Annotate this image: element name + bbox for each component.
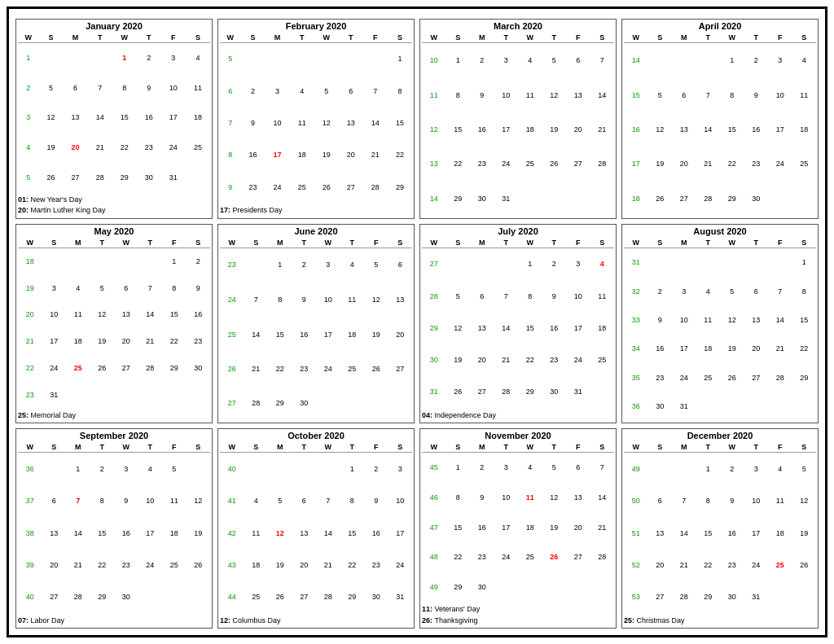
cal-cell xyxy=(66,248,90,275)
holidays-note-8: 07: Labor Day xyxy=(18,616,210,627)
month-title-0: January 2020 xyxy=(18,21,210,31)
cal-cell: 22 xyxy=(720,147,744,182)
cal-cell: 28 xyxy=(363,172,388,204)
cal-table-10: WSMTWTFS45123456746891011121314471516171… xyxy=(422,442,614,602)
cal-cell: 14 xyxy=(363,107,388,139)
cal-cell: 4 xyxy=(768,453,792,486)
cal-cell: 2 xyxy=(187,248,211,275)
month-block-5: June 2020WSMTWTFS23123456247891011121325… xyxy=(217,224,415,424)
cal-cell: 7 xyxy=(363,76,388,107)
cal-cell xyxy=(494,248,519,281)
cal-cell: 18 xyxy=(18,248,42,275)
month-block-11: December 2020WSMTWTFS4912345506789101112… xyxy=(621,428,819,629)
cal-cell: 2 xyxy=(18,73,39,103)
cal-cell: 17 xyxy=(744,518,769,550)
cal-cell: 23 xyxy=(364,550,388,581)
cal-cell: 5 xyxy=(542,453,567,484)
cal-cell: 26 xyxy=(268,581,292,613)
col-header-0: W xyxy=(624,33,648,43)
col-header-3: T xyxy=(494,33,519,43)
cal-cell: 22 xyxy=(446,147,471,182)
cal-cell: 8 xyxy=(792,278,817,306)
col-header-0: W xyxy=(220,33,241,43)
cal-cell: 15 xyxy=(340,518,365,550)
cal-cell: 21 xyxy=(138,329,163,356)
cal-cell: 2 xyxy=(744,43,769,79)
cal-cell: 20 xyxy=(470,344,494,376)
cal-cell: 28 xyxy=(494,377,519,409)
col-header-1: S xyxy=(42,238,67,248)
cal-cell: 13 xyxy=(744,306,769,335)
cal-cell: 14 xyxy=(66,518,90,550)
cal-cell: 7 xyxy=(494,281,519,313)
cal-cell: 26 xyxy=(542,543,567,573)
cal-cell: 48 xyxy=(422,543,446,573)
cal-cell: 12 xyxy=(792,486,817,518)
cal-cell: 26 xyxy=(314,172,339,204)
cal-cell xyxy=(768,182,792,216)
cal-cell xyxy=(88,43,112,74)
col-header-4: W xyxy=(518,442,542,453)
cal-cell: 39 xyxy=(18,550,42,581)
cal-cell: 6 xyxy=(220,76,241,107)
cal-cell xyxy=(290,43,314,77)
month-block-9: October 2020WSMTWTFS40123414567891042111… xyxy=(217,428,415,629)
cal-table-7: WSMTWTFS31132234567833910111213141534161… xyxy=(624,238,816,422)
cal-cell: 53 xyxy=(624,581,648,613)
cal-cell xyxy=(244,453,269,486)
cal-cell: 19 xyxy=(268,550,292,581)
cal-cell: 17 xyxy=(672,335,696,363)
cal-cell: 45 xyxy=(422,453,446,484)
cal-cell: 8 xyxy=(220,140,241,172)
cal-cell: 24 xyxy=(266,172,290,204)
cal-cell: 14 xyxy=(672,518,696,550)
holidays-note-6: 04: Independence Day xyxy=(422,410,614,422)
cal-cell: 12 xyxy=(187,486,211,518)
cal-cell: 15 xyxy=(696,518,721,550)
cal-cell: 2 xyxy=(90,453,115,486)
cal-cell: 9 xyxy=(220,172,241,204)
cal-cell: 29 xyxy=(422,313,446,344)
cal-cell: 49 xyxy=(624,453,648,486)
cal-table-2: WSMTWTFS10123456711891011121314121516171… xyxy=(422,33,614,217)
cal-cell: 5 xyxy=(18,163,39,193)
col-header-1: S xyxy=(42,442,67,453)
cal-cell: 17 xyxy=(161,103,186,134)
cal-cell: 12 xyxy=(446,313,471,344)
cal-cell: 13 xyxy=(388,283,413,318)
cal-cell: 23 xyxy=(187,329,211,356)
cal-cell: 8 xyxy=(696,486,721,518)
cal-cell: 26 xyxy=(364,353,388,387)
cal-cell: 27 xyxy=(388,353,413,387)
cal-cell: 14 xyxy=(590,78,615,112)
cal-cell: 11 xyxy=(290,107,314,139)
cal-cell: 18 xyxy=(768,518,792,550)
cal-cell: 11 xyxy=(768,486,792,518)
cal-cell: 31 xyxy=(42,382,67,409)
col-header-5: T xyxy=(340,442,365,453)
cal-cell: 7 xyxy=(316,486,340,518)
cal-cell: 18 xyxy=(624,182,648,216)
cal-table-9: WSMTWTFS40123414567891042111213141516174… xyxy=(220,442,412,613)
cal-cell: 7 xyxy=(138,275,163,302)
cal-cell: 23 xyxy=(114,550,138,581)
cal-cell: 28 xyxy=(590,543,615,573)
cal-cell: 30 xyxy=(137,163,161,193)
col-header-7: S xyxy=(792,442,817,453)
cal-cell: 4 xyxy=(518,453,542,484)
col-header-2: M xyxy=(266,33,290,43)
cal-cell: 15 xyxy=(624,78,648,112)
cal-cell: 13 xyxy=(339,107,363,139)
col-header-3: T xyxy=(292,442,317,453)
cal-cell: 28 xyxy=(696,182,721,216)
cal-cell: 19 xyxy=(18,275,42,302)
cal-cell: 35 xyxy=(624,364,648,392)
cal-cell: 11 xyxy=(340,283,365,318)
cal-cell: 4 xyxy=(290,76,314,107)
cal-cell: 38 xyxy=(18,518,42,550)
month-title-2: March 2020 xyxy=(422,21,614,31)
holidays-note-0: 01: New Year's Day20: Martin Luther King… xyxy=(18,195,210,217)
cal-cell: 29 xyxy=(446,182,471,216)
cal-cell xyxy=(566,182,590,216)
cal-cell: 1 xyxy=(162,248,187,275)
